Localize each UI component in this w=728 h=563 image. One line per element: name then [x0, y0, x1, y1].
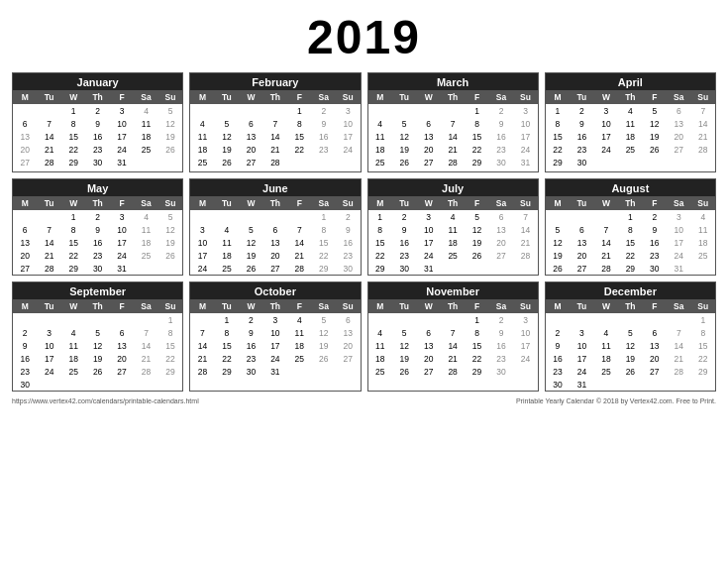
day-cell: 30 — [643, 262, 667, 275]
day-header: Th — [85, 299, 109, 313]
day-cell: 28 — [691, 143, 715, 156]
day-cell: 14 — [691, 117, 715, 130]
day-cell: 26 — [158, 249, 182, 262]
day-cell: 28 — [594, 262, 618, 275]
day-cell: 6 — [416, 326, 440, 339]
day-header: Tu — [215, 299, 239, 313]
day-cell: 30 — [570, 156, 593, 169]
day-cell: 30 — [546, 378, 570, 391]
day-cell: 12 — [392, 339, 416, 352]
day-header: W — [416, 299, 440, 313]
day-cell: 6 — [416, 117, 440, 130]
day-cell: 16 — [643, 236, 667, 249]
day-cell — [13, 313, 37, 326]
day-cell: 10 — [110, 223, 134, 236]
day-cell: 9 — [85, 117, 109, 130]
day-cell: 15 — [546, 130, 570, 143]
day-cell: 26 — [215, 156, 239, 169]
day-header: F — [287, 299, 311, 313]
day-header: Th — [618, 299, 642, 313]
day-cell: 1 — [215, 313, 239, 326]
day-cell — [546, 313, 570, 326]
day-cell: 5 — [643, 104, 667, 117]
day-cell: 31 — [513, 156, 537, 169]
day-header: W — [61, 196, 85, 210]
day-header: W — [594, 196, 618, 210]
day-cell: 9 — [85, 223, 109, 236]
day-cell: 3 — [110, 104, 134, 117]
day-cell: 22 — [691, 352, 715, 365]
day-header: Tu — [570, 196, 593, 210]
day-cell: 18 — [215, 249, 239, 262]
day-cell: 5 — [546, 223, 570, 236]
day-cell: 20 — [239, 143, 262, 156]
day-header: Tu — [37, 299, 60, 313]
day-cell: 29 — [61, 156, 85, 169]
day-cell: 18 — [134, 130, 157, 143]
day-cell: 14 — [37, 130, 60, 143]
day-cell: 21 — [37, 249, 60, 262]
footer-right: Printable Yearly Calendar © 2018 by Vert… — [516, 397, 716, 404]
day-cell: 24 — [336, 143, 360, 156]
day-cell: 14 — [287, 236, 311, 249]
day-cell: 13 — [570, 236, 593, 249]
day-cell — [667, 156, 690, 169]
day-cell: 16 — [239, 339, 262, 352]
day-header: F — [643, 299, 667, 313]
month-header: December — [546, 282, 715, 299]
day-cell: 10 — [190, 236, 214, 249]
day-header: Tu — [392, 90, 416, 104]
month-header: February — [190, 73, 360, 90]
day-cell: 2 — [643, 210, 667, 223]
day-header: Su — [691, 299, 715, 313]
day-cell — [465, 262, 488, 275]
day-cell: 1 — [61, 104, 85, 117]
day-cell: 30 — [392, 262, 416, 275]
day-cell: 22 — [215, 352, 239, 365]
day-header: Sa — [312, 299, 336, 313]
day-header: M — [13, 196, 37, 210]
day-cell: 20 — [570, 249, 593, 262]
day-cell: 2 — [489, 313, 513, 326]
day-cell: 30 — [336, 262, 360, 275]
day-cell — [368, 104, 392, 117]
day-cell: 7 — [594, 223, 618, 236]
day-cell: 13 — [336, 326, 360, 339]
month-header: April — [546, 73, 715, 90]
day-cell: 28 — [441, 365, 465, 378]
day-cell: 16 — [489, 130, 513, 143]
day-cell: 18 — [368, 352, 392, 365]
day-cell: 14 — [441, 130, 465, 143]
day-cell: 31 — [570, 378, 593, 391]
day-cell: 25 — [134, 249, 157, 262]
day-cell: 22 — [546, 143, 570, 156]
day-header: W — [416, 196, 440, 210]
day-cell: 19 — [312, 339, 336, 352]
day-cell — [287, 365, 311, 378]
day-cell: 11 — [190, 130, 214, 143]
day-cell — [336, 156, 360, 169]
day-cell: 9 — [546, 339, 570, 352]
day-cell — [570, 210, 593, 223]
day-cell: 15 — [368, 236, 392, 249]
day-header: F — [110, 90, 134, 104]
day-cell: 1 — [618, 210, 642, 223]
day-cell: 25 — [441, 249, 465, 262]
day-cell: 3 — [263, 313, 287, 326]
day-cell: 22 — [61, 143, 85, 156]
day-cell: 19 — [643, 130, 667, 143]
day-cell: 25 — [190, 156, 214, 169]
day-header: Tu — [215, 90, 239, 104]
day-cell: 7 — [134, 326, 157, 339]
day-cell: 24 — [110, 143, 134, 156]
day-cell: 18 — [190, 143, 214, 156]
day-header: W — [239, 90, 262, 104]
day-header: M — [190, 299, 214, 313]
day-header: Sa — [489, 90, 513, 104]
month-july: JulyMTuWThFSaSu1234567891011121314151617… — [367, 178, 539, 276]
day-header: Sa — [667, 196, 690, 210]
day-cell — [110, 378, 134, 391]
day-header: M — [190, 90, 214, 104]
day-cell: 10 — [594, 117, 618, 130]
day-cell: 27 — [13, 262, 37, 275]
